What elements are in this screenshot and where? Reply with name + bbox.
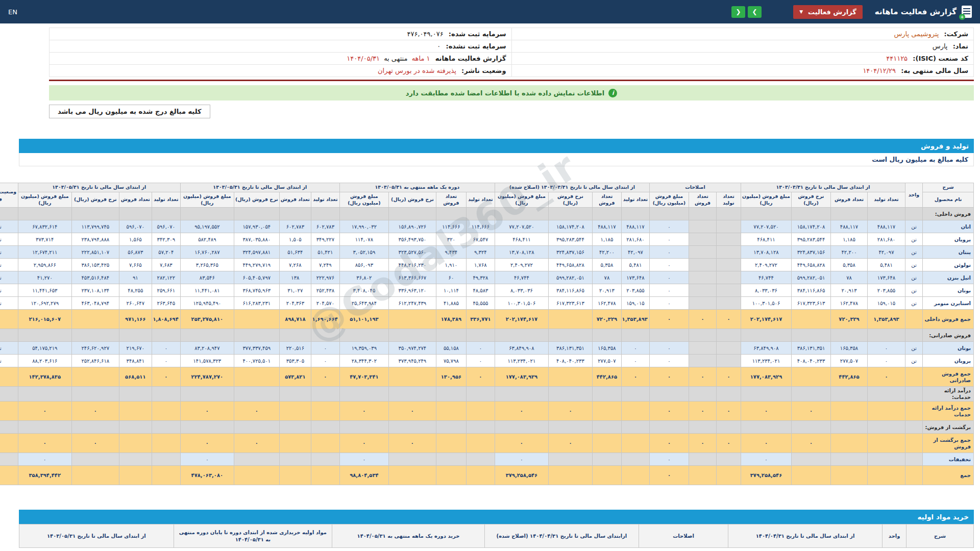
value-cell: ۳۵۶,۴۹۳,۷۵۰ (388, 233, 436, 246)
raw-materials-band: خرید مواد اولیه (19, 510, 974, 524)
value-cell: ۲۲۰,۵۱۶ (279, 342, 311, 355)
value-cell: ۱۳۸ (279, 271, 311, 284)
value-cell: ۱۳۰,۹۵۶ (436, 367, 466, 387)
fiscal-year-value: ۱۴۰۴/۱۲/۲۹ (863, 67, 896, 74)
amounts-subtitle: کلیه مبالغ به میلیون ریال است (19, 153, 974, 166)
value-cell: ۴۸۸,۱۱۷ (868, 220, 905, 233)
value-cell: ۰ (649, 466, 689, 485)
value-cell: ۵,۳۵۸ (831, 259, 868, 271)
sub-column-header: تعداد تولید (621, 192, 649, 208)
value-cell: ۴۸۸,۱۱۷ (831, 220, 868, 233)
capital-registered-value: ۴۷۶,۰۴۹,۰۷۶ (407, 30, 444, 38)
value-cell (152, 402, 180, 421)
value-cell: ۴۴۲,۸۶۵ (831, 367, 868, 387)
row-label: بوتان (923, 342, 974, 355)
value-cell (689, 220, 716, 233)
company-label: شرکت: (944, 30, 968, 38)
company-link[interactable]: پتروشیمی پارس (894, 30, 939, 38)
value-cell: ۰ (621, 367, 649, 387)
value-cell: ۴۴۹,۶۵۸,۸۲۸ (548, 259, 592, 271)
section-row: فروش صادراتی: (0, 329, 974, 342)
amounts-note-row: کلیه مبالغ درج شده به میلیون ریال می باش… (49, 105, 974, 118)
value-cell (831, 453, 868, 466)
value-cell (868, 466, 905, 485)
value-cell: ۲۵۹,۶۶۱ (152, 284, 180, 297)
sub-column-header: نرخ فروش (ریال) (71, 192, 119, 208)
row-label: پروپان (923, 355, 974, 367)
value-cell: ۲۰۲,۱۷۴,۶۱۷ (495, 310, 548, 329)
value-cell: ۳۴۲,۳۰۹ (152, 233, 180, 246)
value-cell (689, 297, 716, 310)
row-label: پروپان (923, 233, 974, 246)
value-cell: ۲۰۴,۵۷۰ (311, 297, 339, 310)
value-cell: ۵۶,۸۷۳ (119, 246, 152, 259)
value-cell: ۰ (466, 342, 495, 355)
value-cell: ۱۳,۷۰۸,۱۲۸ (741, 246, 791, 259)
publisher-status-value: پذیرفته شده در بورس تهران (378, 67, 456, 74)
value-cell (716, 246, 741, 259)
report-period-label: گزارش فعالیت ماهانه (435, 55, 506, 62)
value-cell (436, 208, 466, 220)
unit-cell: تن (905, 233, 923, 246)
value-cell: ۴۴۹,۲۷۹,۷۱۹ (234, 259, 279, 271)
value-cell (339, 208, 388, 220)
value-cell: ۳۲۴,۸۳۷,۱۵۶ (792, 246, 831, 259)
value-cell: ۳,۴۰۸,۰۴۵ (339, 284, 388, 297)
value-cell: ۰ (152, 342, 180, 355)
value-cell (868, 402, 905, 421)
report-period-value: ۱ ماهه (412, 55, 430, 62)
value-cell: ۰ (180, 402, 234, 421)
sub-column-header: نرخ فروش (ریال) (548, 192, 592, 208)
value-cell (831, 329, 868, 342)
purchase-column-header: خرید دوره یک ماهه منتهی به ۱۴۰۴/۰۵/۳۱ (332, 524, 484, 548)
value-cell: ۸۸,۲۰۳,۶۱۶ (18, 355, 71, 367)
value-cell: ۵,۳۵۸ (592, 259, 621, 271)
prev-report-button[interactable]: ❮ (731, 6, 745, 18)
value-cell: ۰ (18, 453, 71, 466)
value-cell: ۰ (621, 342, 649, 355)
info-icon: i (608, 89, 617, 97)
value-cell: ۱۷۸,۳۸۹ (436, 310, 466, 329)
value-cell (311, 434, 339, 453)
purchase-column-header: شرح (906, 524, 974, 548)
value-cell (649, 387, 689, 402)
value-cell: ۳۷۳,۹۴۵,۲۴۹ (388, 355, 436, 367)
value-cell (621, 402, 649, 421)
value-cell: ۰ (234, 402, 279, 421)
info-row: نماد: پارس سرمایه ثبت نشده: ۰ (50, 40, 974, 53)
value-cell: ۵۹۹,۲۸۲,۰۵۱ (548, 271, 592, 284)
value-cell (311, 466, 339, 485)
next-report-button[interactable]: ❯ (748, 6, 762, 18)
value-cell: ۲۶۳,۶۴۵ (152, 297, 180, 310)
value-cell (466, 466, 495, 485)
unit-cell: تن (905, 259, 923, 271)
value-cell (436, 402, 466, 421)
value-cell: ۳۷۳,۷۱۴ (18, 233, 71, 246)
value-cell: ۰ (152, 367, 180, 387)
value-cell (152, 208, 180, 220)
report-type-dropdown[interactable]: گزارش فعالیت ▼ (793, 5, 863, 19)
purchase-column-header: اصلاحات (639, 524, 728, 548)
value-cell: ۶۱۶,۲۸۳,۲۳۱ (234, 297, 279, 310)
value-cell (831, 434, 868, 453)
capital-registered-cell: سرمایه ثبت شده: ۴۷۶,۰۴۹,۰۷۶ (50, 28, 512, 40)
value-cell (279, 387, 311, 402)
sub-column-header: تعداد تولید (311, 192, 339, 208)
value-cell: ۱۷۷,۰۸۳,۹۲۹ (495, 367, 548, 387)
value-cell: ۴۷,۷۰۳,۳۴۱ (339, 367, 388, 387)
period-group-header: دوره یک ماهه منتهی به ۱۴۰۴/۰۵/۳۱ (339, 183, 495, 192)
value-cell (311, 208, 339, 220)
value-cell: ۳۸۷,۰۳۵,۸۸۰ (234, 233, 279, 246)
value-cell: ۴۶۳,۰۴۸,۷۹۴ (71, 297, 119, 310)
row-label: اتیل بنزن (923, 271, 974, 284)
sub-column-header: مبلغ فروش (میلیون ریال) (741, 192, 791, 208)
value-cell (592, 453, 621, 466)
value-cell: ۰ (388, 434, 436, 453)
language-toggle-link[interactable]: EN (8, 8, 17, 16)
isic-value: ۴۴۱۱۲۵ (886, 55, 908, 62)
value-cell: ۰ (71, 402, 119, 421)
value-cell: ۰ (792, 434, 831, 453)
value-cell (831, 387, 868, 402)
value-cell: ۰ (152, 355, 180, 367)
value-cell (152, 466, 180, 485)
